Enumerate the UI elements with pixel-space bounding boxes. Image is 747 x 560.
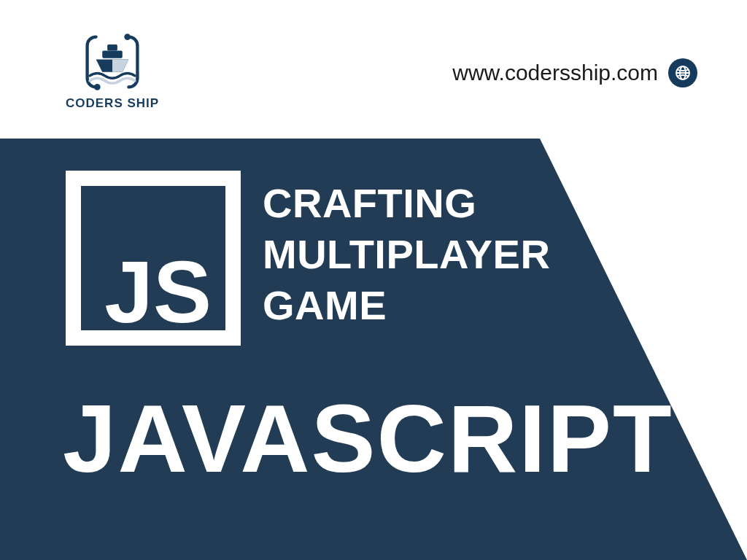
website-url-block: www.codersship.com [452,58,697,88]
website-url[interactable]: www.codersship.com [452,61,658,85]
headline-line-2: MULTIPLAYER [263,229,550,280]
ship-logo-icon [81,31,144,93]
headline-line-3: GAME [263,280,550,331]
js-logo-icon: JS [66,171,241,346]
main-panel: JS CRAFTING MULTIPLAYER GAME JAVASCRIPT [0,139,747,560]
svg-point-1 [94,84,101,90]
language-title: JAVASCRIPT [63,384,673,494]
svg-rect-2 [107,44,117,51]
headline: CRAFTING MULTIPLAYER GAME [263,178,550,331]
svg-marker-4 [112,60,128,72]
brand-logo: CODERS SHIP [66,31,159,111]
svg-rect-3 [102,51,123,58]
brand-name: CODERS SHIP [66,96,159,111]
svg-point-0 [124,34,131,40]
panel-content: JS CRAFTING MULTIPLAYER GAME JAVASCRIPT [0,139,747,560]
promo-card: CODERS SHIP www.codersship.com [0,0,747,560]
header: CODERS SHIP www.codersship.com [0,0,747,146]
headline-line-1: CRAFTING [263,178,550,229]
globe-icon [668,58,697,88]
js-label: JS [104,243,212,341]
